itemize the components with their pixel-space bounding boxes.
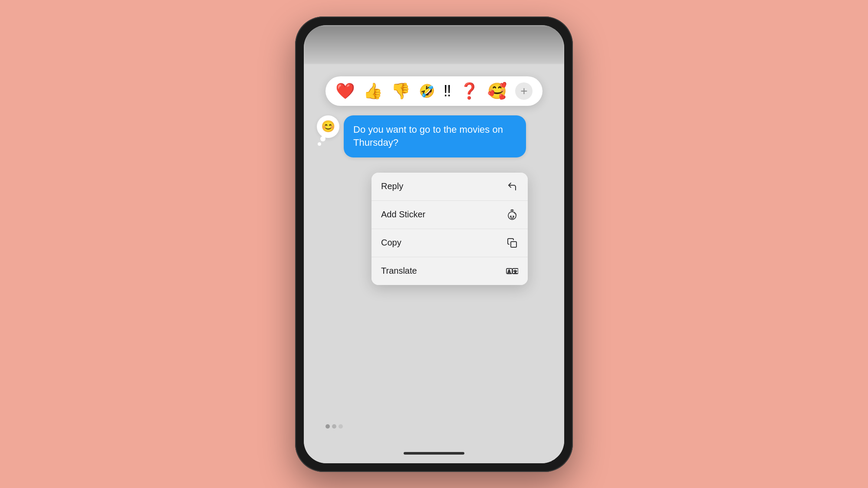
reply-icon bbox=[506, 180, 518, 193]
translate-label: Translate bbox=[381, 266, 417, 276]
typing-dot-1 bbox=[326, 424, 330, 429]
haha-reaction[interactable]: 🤣 bbox=[419, 85, 435, 98]
typing-dot-3 bbox=[339, 424, 343, 429]
svg-point-2 bbox=[513, 216, 514, 217]
copy-menu-item[interactable]: Copy bbox=[372, 229, 528, 257]
svg-text:A: A bbox=[508, 269, 511, 274]
copy-icon bbox=[506, 237, 518, 249]
message-text: Do you want to go to the movies on Thurs… bbox=[353, 124, 503, 148]
screen-content: ❤️ 👍 👎 🤣 ‼️ ❓ 🥰 + 😊 Do you want to go to… bbox=[304, 64, 564, 463]
context-menu: Reply Add Sticker bbox=[372, 173, 528, 285]
sticker-icon bbox=[506, 209, 518, 221]
add-sticker-label: Add Sticker bbox=[381, 210, 425, 219]
svg-point-1 bbox=[510, 216, 511, 217]
message-area: 😊 Do you want to go to the movies on Thu… bbox=[317, 115, 551, 158]
typing-indicator bbox=[326, 424, 343, 429]
emoji-reaction-bar: ❤️ 👍 👎 🤣 ‼️ ❓ 🥰 + bbox=[326, 76, 542, 106]
thumbs-up-reaction[interactable]: 👍 bbox=[363, 83, 383, 99]
add-sticker-menu-item[interactable]: Add Sticker bbox=[372, 201, 528, 229]
phone-screen: ❤️ 👍 👎 🤣 ‼️ ❓ 🥰 + 😊 Do you want to go to… bbox=[304, 25, 564, 463]
hearts-face-reaction[interactable]: 🥰 bbox=[487, 83, 507, 99]
reply-label: Reply bbox=[381, 181, 403, 191]
reaction-emoji: 😊 bbox=[321, 120, 335, 133]
home-indicator[interactable] bbox=[404, 452, 464, 455]
question-reaction[interactable]: ❓ bbox=[460, 83, 479, 99]
message-bubble: Do you want to go to the movies on Thurs… bbox=[344, 115, 526, 158]
translate-icon: A 文 bbox=[506, 265, 518, 277]
typing-dot-2 bbox=[332, 424, 336, 429]
screen-top-blur bbox=[304, 25, 564, 64]
copy-label: Copy bbox=[381, 238, 401, 248]
more-reactions[interactable]: + bbox=[515, 82, 533, 100]
translate-menu-item[interactable]: Translate A 文 bbox=[372, 257, 528, 285]
reply-menu-item[interactable]: Reply bbox=[372, 173, 528, 201]
phone-frame: ❤️ 👍 👎 🤣 ‼️ ❓ 🥰 + 😊 Do you want to go to… bbox=[295, 16, 573, 472]
reaction-bubble: 😊 bbox=[317, 115, 339, 138]
svg-text:文: 文 bbox=[513, 270, 517, 274]
heart-reaction[interactable]: ❤️ bbox=[335, 83, 355, 99]
thumbs-down-reaction[interactable]: 👎 bbox=[391, 83, 411, 99]
exclamation-reaction[interactable]: ‼️ bbox=[444, 83, 451, 99]
svg-rect-3 bbox=[511, 242, 516, 247]
